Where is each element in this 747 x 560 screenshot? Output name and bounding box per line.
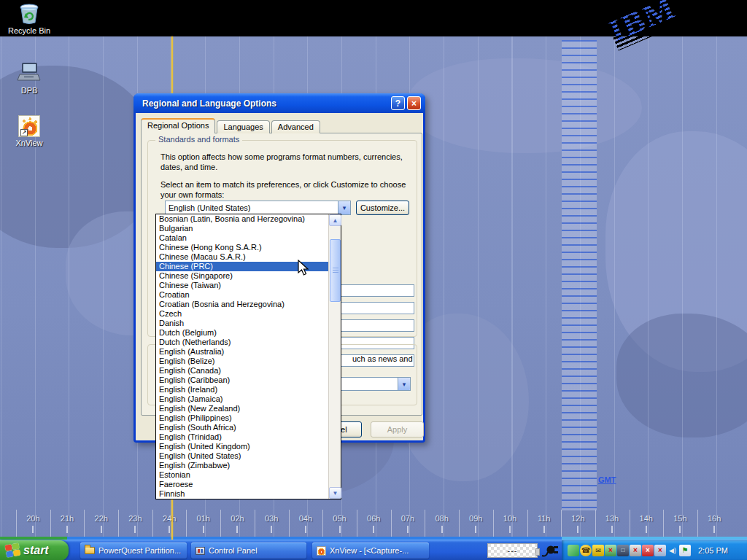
removable-device-icon[interactable] — [568, 545, 579, 556]
device-error-icon[interactable]: × — [642, 545, 654, 556]
dpb-shortcut-icon[interactable]: DPB — [6, 61, 53, 95]
xnview-icon — [317, 546, 326, 556]
language-dropdown-list[interactable]: ▲ ▼ Bosnian (Latin, Bosnia and Herzegovi… — [155, 214, 341, 499]
windows-flag-icon — [5, 542, 22, 558]
chevron-down-icon[interactable]: ▾ — [398, 378, 410, 390]
timezone-label: 03h — [265, 514, 278, 523]
timezone-zone: 03h — [255, 510, 289, 539]
timezone-tick — [271, 526, 272, 533]
timezone-label: 14h — [640, 514, 653, 523]
timezone-label: 23h — [128, 514, 142, 523]
language-list-item[interactable]: Bulgarian — [156, 224, 328, 233]
language-list-item[interactable]: Croatian (Bosnia and Herzegovina) — [156, 300, 328, 309]
customize-button[interactable]: Customize... — [356, 201, 409, 215]
taskbar: start PowerQuest Partition... Control Pa… — [0, 540, 747, 560]
timezone-zone: 10h — [493, 510, 527, 539]
timezone-tick — [543, 526, 545, 533]
list-scrollbar[interactable]: ▲ ▼ — [328, 214, 341, 499]
tab[interactable]: Advanced — [271, 120, 320, 133]
timezone-label: 05h — [333, 514, 346, 523]
battery-meter[interactable]: --- — [487, 543, 538, 558]
timezone-tick — [373, 526, 374, 533]
language-list-item[interactable]: English (Australia) — [156, 347, 328, 357]
timezone-zone: 15h — [663, 510, 697, 539]
standards-format-select[interactable]: English (United States) ▾ — [165, 201, 351, 215]
language-list-item[interactable]: Estonian — [156, 470, 328, 480]
language-list-item[interactable]: Chinese (Hong Kong S.A.R.) — [156, 243, 328, 252]
tab[interactable]: Regional Options — [141, 118, 215, 133]
language-list-item[interactable]: English (United Kingdom) — [156, 442, 328, 451]
start-button[interactable]: start — [0, 540, 69, 560]
scrollbar-thumb[interactable] — [330, 239, 341, 302]
language-list-item[interactable]: English (South Africa) — [156, 423, 328, 432]
task-label: Control Panel — [209, 546, 258, 555]
timezone-zone: 23h — [118, 510, 152, 539]
messenger-offline-icon[interactable]: × — [605, 545, 616, 556]
close-button[interactable]: × — [407, 96, 421, 110]
language-list-item[interactable]: Chinese (Taiwan) — [156, 281, 328, 290]
timezone-zone: 02h — [220, 510, 255, 539]
timezone-tick — [441, 526, 443, 533]
task-flag-icon[interactable]: ⚑ — [679, 545, 691, 556]
taskbar-clock: 2:05 PM — [698, 546, 728, 555]
help-button[interactable]: ? — [391, 96, 405, 110]
timezone-tick — [169, 526, 170, 533]
language-list-item[interactable]: English (Trinidad) — [156, 432, 328, 442]
language-list-item[interactable]: English (New Zealand) — [156, 404, 328, 413]
language-list-item[interactable]: Danish — [156, 319, 328, 328]
xnview-glyph: ↗ — [18, 115, 40, 137]
recycle-bin-icon[interactable]: Recycle Bin — [6, 1, 53, 35]
language-list-item[interactable]: Catalan — [156, 233, 328, 243]
format-instruction-text: Select an item to match its preferences,… — [160, 179, 412, 200]
modem-icon[interactable]: ☎ — [580, 545, 592, 556]
language-list-item[interactable]: English (Ireland) — [156, 385, 328, 394]
language-list-item[interactable]: English (Philippines) — [156, 413, 328, 423]
timezone-zone: 08h — [425, 510, 459, 539]
timezone-tick — [509, 526, 511, 533]
folder-icon — [85, 547, 95, 554]
language-list-item[interactable]: English (Zimbabwe) — [156, 461, 328, 470]
language-list-item[interactable]: Faeroese — [156, 480, 328, 489]
timezone-tick — [679, 526, 681, 533]
language-list-item[interactable]: Finnish — [156, 489, 328, 499]
taskbar-button-control-panel[interactable]: Control Panel — [191, 542, 306, 559]
language-list-item[interactable]: Czech — [156, 309, 328, 319]
language-list-item[interactable]: English (Jamaica) — [156, 394, 328, 404]
language-list-item[interactable]: Croatian — [156, 290, 328, 300]
signal-offline-icon[interactable]: × — [630, 545, 641, 556]
network-offline-icon[interactable]: × — [654, 545, 666, 556]
language-list-item[interactable]: Bosnian (Latin, Bosnia and Herzegovina) — [156, 214, 328, 224]
timezone-tick — [646, 526, 647, 533]
top-strip: Recycle Bin IBM — [0, 0, 747, 36]
language-list-item[interactable]: English (Canada) — [156, 366, 328, 376]
scroll-up-arrow-icon[interactable]: ▲ — [329, 214, 341, 226]
language-list-item[interactable]: Dutch (Netherlands) — [156, 338, 328, 347]
timezone-zone: 06h — [357, 510, 391, 539]
taskbar-button-powerquest[interactable]: PowerQuest Partition... — [80, 542, 187, 559]
language-list-item[interactable]: Dutch (Belgium) — [156, 328, 328, 338]
timezone-label: 02h — [231, 514, 244, 523]
location-description-fragment: uch as news and — [352, 354, 418, 364]
network-icon[interactable]: □ — [617, 545, 629, 556]
xnview-shortcut-icon[interactable]: ↗ XnView — [6, 115, 53, 147]
taskbar-button-xnview[interactable]: XnView - [<Capture-... — [312, 542, 429, 559]
mouse-cursor — [298, 260, 312, 277]
timezone-tick — [134, 526, 136, 533]
tab[interactable]: Languages — [217, 120, 269, 133]
timezone-tick — [101, 526, 102, 533]
language-list-item[interactable]: English (Caribbean) — [156, 376, 328, 385]
chevron-down-icon[interactable]: ▾ — [338, 201, 350, 214]
timezone-zone: 20h — [16, 510, 50, 539]
timezone-tick — [611, 526, 613, 533]
apply-button: Apply — [371, 421, 424, 438]
dialog-titlebar[interactable]: Regional and Language Options ? × — [133, 93, 425, 113]
volume-icon[interactable]: ◀) — [667, 545, 678, 556]
mail-icon[interactable]: ✉ — [592, 545, 604, 556]
task-label: XnView - [<Capture-... — [330, 546, 409, 555]
timezone-tick — [32, 526, 34, 533]
language-list-item[interactable]: English (Belize) — [156, 357, 328, 366]
timezone-tick — [203, 526, 204, 533]
language-list-item[interactable]: English (United States) — [156, 451, 328, 461]
scroll-down-arrow-icon[interactable]: ▼ — [329, 487, 341, 499]
dialog-title: Regional and Language Options — [142, 98, 276, 109]
